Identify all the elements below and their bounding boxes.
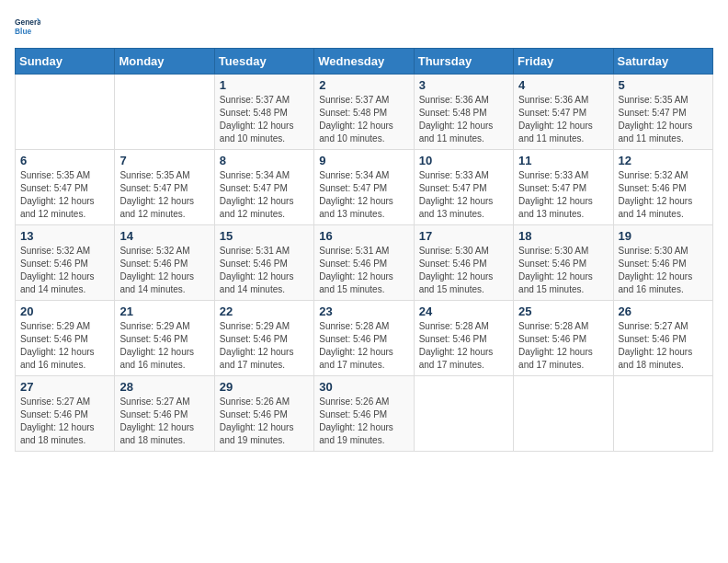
day-info: Sunrise: 5:28 AMSunset: 5:46 PMDaylight:… — [319, 320, 408, 372]
day-number: 10 — [419, 154, 508, 167]
day-number: 16 — [319, 229, 408, 243]
calendar-day-cell: 1Sunrise: 5:37 AMSunset: 5:48 PMDaylight… — [214, 75, 313, 150]
calendar-day-cell — [514, 376, 613, 452]
day-number: 22 — [220, 304, 309, 318]
calendar-day-cell: 20Sunrise: 5:29 AMSunset: 5:46 PMDayligh… — [16, 301, 115, 376]
day-number: 6 — [20, 154, 109, 167]
day-info: Sunrise: 5:28 AMSunset: 5:46 PMDaylight:… — [518, 320, 608, 372]
calendar-day-cell: 23Sunrise: 5:28 AMSunset: 5:46 PMDayligh… — [314, 301, 414, 376]
day-info: Sunrise: 5:28 AMSunset: 5:46 PMDaylight:… — [419, 320, 508, 372]
calendar-body: 1Sunrise: 5:37 AMSunset: 5:48 PMDaylight… — [16, 75, 713, 452]
day-number: 13 — [20, 229, 109, 243]
day-info: Sunrise: 5:31 AMSunset: 5:46 PMDaylight:… — [220, 245, 309, 296]
day-info: Sunrise: 5:26 AMSunset: 5:46 PMDaylight:… — [319, 396, 408, 447]
day-info: Sunrise: 5:34 AMSunset: 5:47 PMDaylight:… — [319, 169, 408, 221]
calendar-day-cell: 11Sunrise: 5:33 AMSunset: 5:47 PMDayligh… — [514, 150, 613, 225]
weekday-header-cell: Saturday — [613, 49, 712, 75]
weekday-header-cell: Thursday — [414, 49, 513, 75]
day-info: Sunrise: 5:33 AMSunset: 5:47 PMDaylight:… — [518, 169, 608, 221]
calendar-day-cell — [613, 376, 712, 452]
page-header: General Blue — [15, 15, 713, 40]
day-number: 4 — [518, 78, 608, 92]
calendar-day-cell — [115, 75, 214, 150]
calendar-day-cell: 15Sunrise: 5:31 AMSunset: 5:46 PMDayligh… — [214, 225, 313, 301]
calendar-day-cell: 16Sunrise: 5:31 AMSunset: 5:46 PMDayligh… — [314, 225, 414, 301]
day-info: Sunrise: 5:32 AMSunset: 5:46 PMDaylight:… — [20, 245, 109, 296]
day-info: Sunrise: 5:37 AMSunset: 5:48 PMDaylight:… — [220, 94, 309, 145]
day-info: Sunrise: 5:37 AMSunset: 5:48 PMDaylight:… — [319, 94, 408, 145]
calendar-day-cell: 18Sunrise: 5:30 AMSunset: 5:46 PMDayligh… — [514, 225, 613, 301]
day-info: Sunrise: 5:29 AMSunset: 5:46 PMDaylight:… — [20, 320, 109, 372]
svg-text:General: General — [15, 17, 40, 27]
day-number: 25 — [518, 304, 608, 318]
day-number: 2 — [319, 78, 408, 92]
calendar-day-cell: 30Sunrise: 5:26 AMSunset: 5:46 PMDayligh… — [314, 376, 414, 452]
day-info: Sunrise: 5:33 AMSunset: 5:47 PMDaylight:… — [419, 169, 508, 221]
day-info: Sunrise: 5:29 AMSunset: 5:46 PMDaylight:… — [119, 320, 209, 372]
day-info: Sunrise: 5:31 AMSunset: 5:46 PMDaylight:… — [319, 245, 408, 296]
calendar-day-cell: 2Sunrise: 5:37 AMSunset: 5:48 PMDaylight… — [314, 75, 414, 150]
day-info: Sunrise: 5:30 AMSunset: 5:46 PMDaylight:… — [518, 245, 608, 296]
day-info: Sunrise: 5:35 AMSunset: 5:47 PMDaylight:… — [119, 169, 209, 221]
calendar-week-row: 27Sunrise: 5:27 AMSunset: 5:46 PMDayligh… — [16, 376, 713, 452]
calendar-day-cell — [414, 376, 513, 452]
calendar-day-cell: 6Sunrise: 5:35 AMSunset: 5:47 PMDaylight… — [16, 150, 115, 225]
day-info: Sunrise: 5:36 AMSunset: 5:48 PMDaylight:… — [419, 94, 508, 145]
day-number: 19 — [619, 229, 708, 243]
day-number: 30 — [319, 380, 408, 394]
day-info: Sunrise: 5:26 AMSunset: 5:46 PMDaylight:… — [220, 396, 309, 447]
calendar-week-row: 20Sunrise: 5:29 AMSunset: 5:46 PMDayligh… — [16, 301, 713, 376]
day-number: 24 — [419, 304, 508, 318]
day-info: Sunrise: 5:30 AMSunset: 5:46 PMDaylight:… — [419, 245, 508, 296]
weekday-header-cell: Wednesday — [314, 49, 414, 75]
calendar-day-cell: 9Sunrise: 5:34 AMSunset: 5:47 PMDaylight… — [314, 150, 414, 225]
calendar-day-cell: 22Sunrise: 5:29 AMSunset: 5:46 PMDayligh… — [214, 301, 313, 376]
day-number: 14 — [119, 229, 209, 243]
weekday-header-cell: Monday — [115, 49, 214, 75]
day-number: 17 — [419, 229, 508, 243]
day-info: Sunrise: 5:30 AMSunset: 5:46 PMDaylight:… — [619, 245, 708, 296]
calendar-table: SundayMondayTuesdayWednesdayThursdayFrid… — [15, 48, 713, 452]
calendar-day-cell: 14Sunrise: 5:32 AMSunset: 5:46 PMDayligh… — [115, 225, 214, 301]
calendar-day-cell: 5Sunrise: 5:35 AMSunset: 5:47 PMDaylight… — [613, 75, 712, 150]
calendar-day-cell: 10Sunrise: 5:33 AMSunset: 5:47 PMDayligh… — [414, 150, 513, 225]
calendar-day-cell: 12Sunrise: 5:32 AMSunset: 5:46 PMDayligh… — [613, 150, 712, 225]
day-number: 7 — [119, 154, 209, 167]
calendar-day-cell: 8Sunrise: 5:34 AMSunset: 5:47 PMDaylight… — [214, 150, 313, 225]
calendar-week-row: 6Sunrise: 5:35 AMSunset: 5:47 PMDaylight… — [16, 150, 713, 225]
calendar-day-cell: 3Sunrise: 5:36 AMSunset: 5:48 PMDaylight… — [414, 75, 513, 150]
day-number: 9 — [319, 154, 408, 167]
weekday-header-cell: Tuesday — [214, 49, 313, 75]
calendar-day-cell: 19Sunrise: 5:30 AMSunset: 5:46 PMDayligh… — [613, 225, 712, 301]
day-number: 28 — [119, 380, 209, 394]
day-number: 27 — [20, 380, 109, 394]
calendar-day-cell — [16, 75, 115, 150]
day-number: 21 — [119, 304, 209, 318]
day-number: 1 — [220, 78, 309, 92]
day-number: 5 — [619, 78, 708, 92]
calendar-day-cell: 4Sunrise: 5:36 AMSunset: 5:47 PMDaylight… — [514, 75, 613, 150]
day-info: Sunrise: 5:35 AMSunset: 5:47 PMDaylight:… — [20, 169, 109, 221]
day-info: Sunrise: 5:32 AMSunset: 5:46 PMDaylight:… — [619, 169, 708, 221]
weekday-header-cell: Sunday — [16, 49, 115, 75]
calendar-day-cell: 24Sunrise: 5:28 AMSunset: 5:46 PMDayligh… — [414, 301, 513, 376]
day-info: Sunrise: 5:27 AMSunset: 5:46 PMDaylight:… — [119, 396, 209, 447]
calendar-day-cell: 17Sunrise: 5:30 AMSunset: 5:46 PMDayligh… — [414, 225, 513, 301]
day-info: Sunrise: 5:27 AMSunset: 5:46 PMDaylight:… — [619, 320, 708, 372]
day-number: 26 — [619, 304, 708, 318]
svg-text:Blue: Blue — [15, 27, 31, 36]
calendar-day-cell: 28Sunrise: 5:27 AMSunset: 5:46 PMDayligh… — [115, 376, 214, 452]
day-info: Sunrise: 5:27 AMSunset: 5:46 PMDaylight:… — [20, 396, 109, 447]
day-number: 29 — [220, 380, 309, 394]
calendar-day-cell: 21Sunrise: 5:29 AMSunset: 5:46 PMDayligh… — [115, 301, 214, 376]
day-number: 23 — [319, 304, 408, 318]
day-info: Sunrise: 5:32 AMSunset: 5:46 PMDaylight:… — [119, 245, 209, 296]
day-info: Sunrise: 5:34 AMSunset: 5:47 PMDaylight:… — [220, 169, 309, 221]
day-number: 3 — [419, 78, 508, 92]
day-info: Sunrise: 5:35 AMSunset: 5:47 PMDaylight:… — [619, 94, 708, 145]
day-number: 20 — [20, 304, 109, 318]
logo-icon: General Blue — [15, 15, 40, 40]
calendar-day-cell: 27Sunrise: 5:27 AMSunset: 5:46 PMDayligh… — [16, 376, 115, 452]
calendar-week-row: 13Sunrise: 5:32 AMSunset: 5:46 PMDayligh… — [16, 225, 713, 301]
day-number: 8 — [220, 154, 309, 167]
